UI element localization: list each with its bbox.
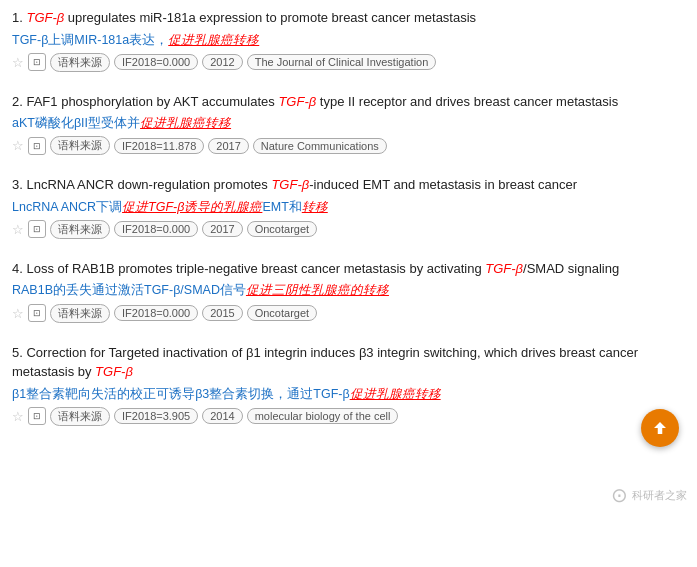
subtitle-text: RAB1B的丢失通过激活TGF-β/SMAD信号 — [12, 283, 246, 297]
star-icon[interactable]: ☆ — [12, 409, 24, 424]
result-meta-5: ☆⊡语料来源IF2018=3.9052014molecular biology … — [12, 407, 685, 426]
star-icon[interactable]: ☆ — [12, 138, 24, 153]
subtitle-text: TGF-β上调MIR-181a表达， — [12, 33, 168, 47]
subtitle-highlight: 促进乳腺癌转移 — [350, 387, 441, 401]
subtitle-highlight: 促进三阴性乳腺癌的 — [246, 283, 363, 297]
subtitle-highlight: 转移 — [302, 200, 328, 214]
watermark: ⊙ 科研者之家 — [611, 483, 687, 507]
item-num-4: 4. — [12, 261, 26, 276]
subtitle-highlight: 促进乳腺癌转移 — [168, 33, 259, 47]
result-title-4: 4. Loss of RAB1B promotes triple-negativ… — [12, 259, 685, 279]
subtitle-highlight: 促进乳腺癌转移 — [140, 116, 231, 130]
journal-tag[interactable]: Nature Communications — [253, 138, 387, 154]
if-tag: IF2018=0.000 — [114, 221, 198, 237]
year-tag: 2017 — [208, 138, 248, 154]
result-title-5: 5. Correction for Targeted inactivation … — [12, 343, 685, 382]
subtitle-text: β1整合素靶向失活的校正可诱导β3整合素切换，通过TGF-β — [12, 387, 350, 401]
result-item-2: 2. FAF1 phosphorylation by AKT accumulat… — [12, 92, 685, 162]
source-tag[interactable]: 语料来源 — [50, 220, 110, 239]
year-tag: 2014 — [202, 408, 242, 424]
bookmark-icon[interactable]: ⊡ — [28, 137, 46, 155]
result-subtitle-5: β1整合素靶向失活的校正可诱导β3整合素切换，通过TGF-β促进乳腺癌转移 — [12, 385, 685, 403]
title-text: upregulates miR-181a expression to promo… — [64, 10, 476, 25]
subtitle-text: EMT和 — [262, 200, 301, 214]
title-text: type II receptor and drives breast cance… — [316, 94, 618, 109]
source-tag[interactable]: 语料来源 — [50, 304, 110, 323]
if-tag: IF2018=0.000 — [114, 54, 198, 70]
star-icon[interactable]: ☆ — [12, 222, 24, 237]
result-meta-1: ☆⊡语料来源IF2018=0.0002012The Journal of Cli… — [12, 53, 685, 72]
bookmark-icon[interactable]: ⊡ — [28, 304, 46, 322]
result-title-3: 3. LncRNA ANCR down-regulation promotes … — [12, 175, 685, 195]
star-icon[interactable]: ☆ — [12, 306, 24, 321]
journal-tag[interactable]: The Journal of Clinical Investigation — [247, 54, 437, 70]
bookmark-icon[interactable]: ⊡ — [28, 53, 46, 71]
result-meta-2: ☆⊡语料来源IF2018=11.8782017Nature Communicat… — [12, 136, 685, 155]
title-text: FAF1 phosphorylation by AKT accumulates — [26, 94, 278, 109]
subtitle-highlight: 乳腺癌 — [223, 200, 262, 214]
year-tag: 2017 — [202, 221, 242, 237]
if-tag: IF2018=0.000 — [114, 305, 198, 321]
year-tag: 2015 — [202, 305, 242, 321]
result-subtitle-3: LncRNA ANCR下调促进TGF-β诱导的乳腺癌EMT和转移 — [12, 198, 685, 216]
title-text: /SMAD signaling — [523, 261, 619, 276]
item-num-3: 3. — [12, 177, 26, 192]
title-text: LncRNA ANCR down-regulation promotes — [26, 177, 271, 192]
tgf-beta-label: TGF-β — [95, 364, 133, 379]
result-subtitle-4: RAB1B的丢失通过激活TGF-β/SMAD信号促进三阴性乳腺癌的转移 — [12, 281, 685, 299]
result-meta-3: ☆⊡语料来源IF2018=0.0002017Oncotarget — [12, 220, 685, 239]
watermark-icon: ⊙ — [611, 483, 628, 507]
subtitle-text: aKT磷酸化βII型受体并 — [12, 116, 140, 130]
year-tag: 2012 — [202, 54, 242, 70]
source-tag[interactable]: 语料来源 — [50, 136, 110, 155]
star-icon[interactable]: ☆ — [12, 55, 24, 70]
result-meta-4: ☆⊡语料来源IF2018=0.0002015Oncotarget — [12, 304, 685, 323]
result-item-5: 5. Correction for Targeted inactivation … — [12, 343, 685, 432]
if-tag: IF2018=3.905 — [114, 408, 198, 424]
source-tag[interactable]: 语料来源 — [50, 53, 110, 72]
subtitle-text: LncRNA ANCR下调 — [12, 200, 122, 214]
result-item-1: 1. TGF-β upregulates miR-181a expression… — [12, 8, 685, 78]
scroll-to-top-button[interactable] — [641, 409, 679, 447]
journal-tag[interactable]: Oncotarget — [247, 305, 317, 321]
item-num-1: 1. — [12, 10, 26, 25]
subtitle-highlight: 转移 — [363, 283, 389, 297]
result-subtitle-1: TGF-β上调MIR-181a表达，促进乳腺癌转移 — [12, 31, 685, 49]
result-item-3: 3. LncRNA ANCR down-regulation promotes … — [12, 175, 685, 245]
item-num-5: 5. — [12, 345, 26, 360]
result-subtitle-2: aKT磷酸化βII型受体并促进乳腺癌转移 — [12, 114, 685, 132]
watermark-text: 科研者之家 — [632, 488, 687, 503]
source-tag[interactable]: 语料来源 — [50, 407, 110, 426]
tgf-beta-label: TGF-β — [485, 261, 523, 276]
result-title-1: 1. TGF-β upregulates miR-181a expression… — [12, 8, 685, 28]
title-text: -induced EMT and metastasis in breast ca… — [309, 177, 577, 192]
result-item-4: 4. Loss of RAB1B promotes triple-negativ… — [12, 259, 685, 329]
tgf-beta-label: TGF-β — [278, 94, 316, 109]
bookmark-icon[interactable]: ⊡ — [28, 220, 46, 238]
tgf-beta-label: TGF-β — [271, 177, 309, 192]
result-title-2: 2. FAF1 phosphorylation by AKT accumulat… — [12, 92, 685, 112]
journal-tag[interactable]: molecular biology of the cell — [247, 408, 399, 424]
subtitle-highlight: 促进TGF-β诱导的 — [122, 200, 223, 214]
item-num-2: 2. — [12, 94, 26, 109]
tgf-beta-label: TGF-β — [26, 10, 64, 25]
title-text: Loss of RAB1B promotes triple-negative b… — [26, 261, 485, 276]
bookmark-icon[interactable]: ⊡ — [28, 407, 46, 425]
results-container: 1. TGF-β upregulates miR-181a expression… — [0, 0, 697, 454]
journal-tag[interactable]: Oncotarget — [247, 221, 317, 237]
if-tag: IF2018=11.878 — [114, 138, 204, 154]
